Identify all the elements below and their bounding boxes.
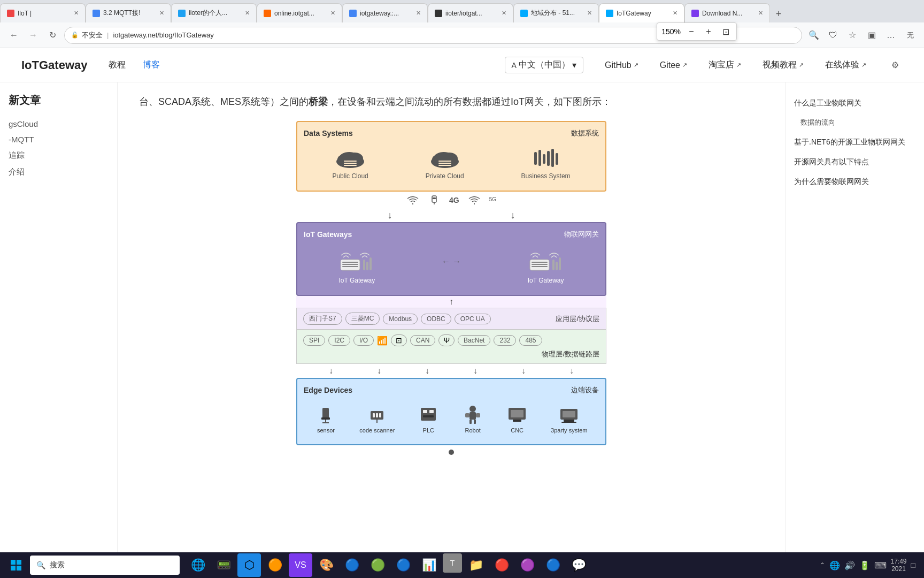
tab-8[interactable]: IoTGateway ✕	[599, 3, 684, 22]
architecture-diagram: Data Systems 数据系统	[296, 121, 606, 459]
zoom-in-button[interactable]: +	[702, 25, 715, 38]
right-link-5[interactable]: 为什么需要物联网网关	[794, 172, 915, 192]
bookmark-icon-btn[interactable]: ☆	[845, 28, 860, 43]
nav-github[interactable]: GitHub ↗	[605, 60, 638, 70]
taskbar-typora-icon[interactable]: T	[443, 553, 462, 573]
new-tab-button[interactable]: +	[770, 5, 787, 22]
back-button[interactable]: ←	[6, 28, 21, 43]
shield-icon-btn[interactable]: 🛡	[826, 28, 841, 43]
tab-close-2[interactable]: ✕	[159, 10, 164, 17]
taskbar-cyan-icon[interactable]: 🔵	[391, 553, 415, 577]
sidebar-item-trace[interactable]: 追踪	[9, 147, 109, 164]
taskbar-blue2-icon[interactable]: 🔵	[541, 553, 565, 577]
battery-icon[interactable]: 🔋	[859, 560, 870, 571]
arrow-right: →	[452, 257, 461, 267]
right-link-2[interactable]: 数据的流向	[794, 113, 915, 132]
taskbar-sql-icon[interactable]: 📊	[417, 553, 441, 577]
svg-rect-13	[438, 165, 451, 166]
gateway-items: IoT Gateway ← →	[304, 244, 599, 288]
taskbar-explorer-icon[interactable]: 📁	[464, 553, 488, 577]
tab-6[interactable]: iioter/iotgat... ✕	[428, 3, 513, 22]
taskbar-time: 17:49 2021	[891, 558, 907, 573]
nav-lang[interactable]: A 中文（中国） ▾	[505, 57, 583, 73]
code-scanner-label: code scanner	[359, 427, 395, 434]
svg-rect-61	[564, 420, 574, 422]
gateway-left-icon	[335, 248, 378, 275]
nav-gitee[interactable]: Gitee ↗	[660, 60, 687, 70]
nav-blog[interactable]: 博客	[143, 59, 160, 71]
zoom-reset-button[interactable]: ⊡	[719, 25, 732, 38]
taskbar-orange-icon[interactable]: 🟠	[263, 553, 287, 577]
gateway-left: IoT Gateway	[335, 248, 378, 284]
private-cloud-label: Private Cloud	[426, 172, 464, 180]
taskbar-blue-icon[interactable]: 🔵	[340, 553, 364, 577]
plc-icon	[418, 404, 439, 425]
taskbar-paint-icon[interactable]: 🎨	[314, 553, 338, 577]
tab-close-9[interactable]: ✕	[758, 10, 763, 17]
zoom-level: 150%	[661, 27, 681, 36]
windows-start-button[interactable]	[4, 553, 28, 577]
keyboard-icon[interactable]: ⌨	[874, 560, 887, 571]
nav-video[interactable]: 视频教程 ↗	[763, 59, 804, 71]
taskbar-red-icon[interactable]: 🔴	[490, 553, 513, 577]
reload-button[interactable]: ↻	[45, 28, 60, 43]
security-label: 不安全	[82, 31, 103, 40]
tab-close-5[interactable]: ✕	[416, 10, 421, 17]
taskbar-chat-icon[interactable]: 💬	[567, 553, 590, 577]
svg-rect-51	[469, 412, 476, 420]
taskbar-green-icon[interactable]: 🟢	[366, 553, 389, 577]
account-icon[interactable]: 无	[903, 28, 918, 43]
taskbar-terminal-icon[interactable]: 📟	[212, 553, 235, 577]
tab-4[interactable]: online.iotgat... ✕	[257, 3, 342, 22]
taskbar-purple-icon[interactable]: 🟣	[515, 553, 539, 577]
tab-9[interactable]: Download N... ✕	[684, 3, 770, 22]
zoom-popup: 150% − + ⊡	[657, 22, 737, 41]
tab-close-3[interactable]: ✕	[245, 10, 250, 17]
tab-2[interactable]: 3.2 MQTT接! ✕	[86, 3, 171, 22]
nav-online[interactable]: 在线体验 ↗	[825, 59, 866, 71]
tab-close-1[interactable]: ✕	[74, 10, 79, 17]
nav-taobao[interactable]: 淘宝店 ↗	[709, 59, 741, 71]
speaker-icon[interactable]: 🔊	[844, 560, 855, 571]
right-link-3[interactable]: 基于.NET6的开源工业物联网网关	[794, 132, 915, 152]
tab-close-6[interactable]: ✕	[502, 10, 506, 17]
tab-close-8[interactable]: ✕	[673, 10, 677, 17]
taskbar-edge-icon[interactable]: 🌐	[186, 553, 210, 577]
search-icon-btn[interactable]: 🔍	[806, 28, 821, 43]
nav-tutorial[interactable]: 教程	[109, 59, 126, 71]
public-cloud-item: Public Cloud	[332, 147, 368, 180]
network-icon[interactable]: 🌐	[829, 560, 840, 571]
sidebar-item-intro[interactable]: 介绍	[9, 164, 109, 180]
tab-favicon-6	[435, 10, 442, 17]
site-logo[interactable]: IoTGateway	[21, 58, 87, 72]
svg-rect-47	[423, 410, 427, 413]
tab-close-7[interactable]: ✕	[587, 10, 592, 17]
notification-icon[interactable]: □	[911, 561, 915, 569]
edge-devices-box: Edge Devices 边端设备 sensor	[296, 378, 606, 445]
system-tray-up-icon[interactable]: ⌃	[820, 561, 825, 569]
tab-3[interactable]: iioter的个人... ✕	[171, 3, 257, 22]
online-label: 在线体验	[825, 59, 859, 71]
gitee-label: Gitee	[660, 60, 680, 70]
tab-1[interactable]: IloT | ✕	[0, 3, 86, 22]
right-link-1[interactable]: 什么是工业物联网关	[794, 93, 915, 113]
right-link-4[interactable]: 开源网关具有以下特点	[794, 152, 915, 172]
taskbar-vscode-icon[interactable]: ⬡	[237, 553, 261, 577]
tab-close-4[interactable]: ✕	[330, 10, 335, 17]
sidebar-toggle-btn[interactable]: ▣	[864, 28, 879, 43]
svg-rect-28	[366, 262, 368, 270]
taskbar-visual-studio-icon[interactable]: VS	[289, 553, 312, 577]
sidebar-item-mqtt[interactable]: -MQTT	[9, 132, 109, 147]
taskbar-search-bar[interactable]: 🔍 搜索	[30, 556, 180, 575]
settings-icon-btn[interactable]: ⚙	[888, 58, 903, 73]
browser-frame: IloT | ✕ 3.2 MQTT接! ✕ iioter的个人... ✕ onl…	[0, 0, 924, 578]
tab-5[interactable]: iotgateway.:... ✕	[342, 3, 428, 22]
zoom-out-button[interactable]: −	[685, 25, 698, 38]
protocol-modbus: Modbus	[383, 314, 418, 324]
tab-7[interactable]: 地域分布 - 51... ✕	[513, 3, 599, 22]
menu-btn[interactable]: …	[883, 28, 898, 43]
physical-io: I/O	[353, 335, 374, 346]
forward-button[interactable]: →	[26, 28, 41, 43]
sidebar-item-gscloud[interactable]: gsCloud	[9, 116, 109, 132]
3party-system-icon	[558, 404, 580, 425]
